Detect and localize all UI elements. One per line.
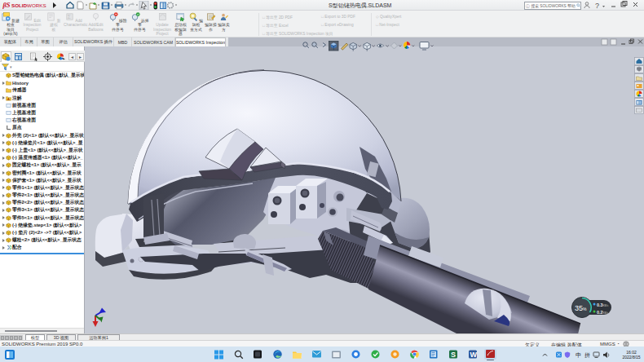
svg-text:βS: βS <box>2 1 11 9</box>
svg-text:拼: 拼 <box>584 352 590 358</box>
svg-text:S: S <box>451 351 456 359</box>
svg-text:Σ: Σ <box>68 14 71 20</box>
svg-text:SOLID: SOLID <box>11 2 28 8</box>
svg-text:中: 中 <box>576 352 581 358</box>
svg-text:WORKS: WORKS <box>27 2 46 8</box>
svg-text:?: ? <box>595 2 599 10</box>
svg-text:W: W <box>470 351 478 359</box>
